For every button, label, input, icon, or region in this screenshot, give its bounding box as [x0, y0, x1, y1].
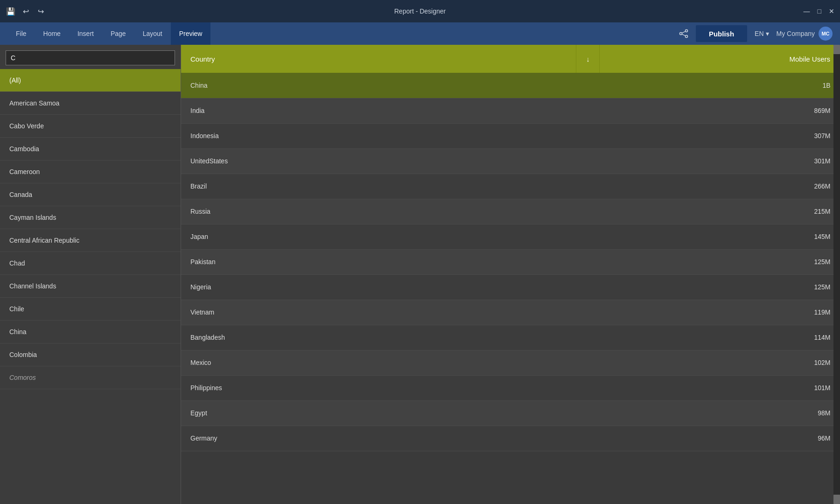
minimize-button[interactable]: — [804, 7, 810, 15]
column-header-mobile-users[interactable]: Mobile Users [600, 45, 840, 73]
cell-sort [576, 199, 600, 224]
list-item-comoros[interactable]: Comoros [0, 366, 181, 389]
cell-users: 1B [600, 73, 840, 98]
publish-button[interactable]: Publish [696, 25, 747, 42]
cell-country: Philippines [181, 375, 576, 400]
table-row: India869M [181, 98, 840, 123]
cell-country: India [181, 98, 576, 123]
cell-users: 125M [600, 249, 840, 274]
list-item-cambodia[interactable]: Cambodia [0, 138, 181, 161]
cell-sort [576, 325, 600, 350]
cell-sort [576, 300, 600, 325]
redo-icon[interactable]: ↪ [35, 6, 46, 16]
table-row: Japan145M [181, 224, 840, 249]
share-button[interactable] [675, 25, 692, 42]
table-scrollbar[interactable] [833, 45, 840, 504]
save-icon[interactable]: 💾 [6, 6, 16, 16]
svg-point-0 [685, 30, 687, 32]
list-item-cabo-verde[interactable]: Cabo Verde [0, 115, 181, 138]
cell-users: 98M [600, 400, 840, 426]
cell-country: China [181, 73, 576, 98]
list-item-cameroon[interactable]: Cameroon [0, 161, 181, 183]
list-item-canada[interactable]: Canada [0, 183, 181, 206]
data-table: Country ↓ Mobile Users China1BIndia869MI… [181, 45, 840, 451]
user-avatar: MC [819, 27, 833, 41]
menu-item-home[interactable]: Home [35, 22, 69, 45]
cell-users: 266M [600, 174, 840, 199]
cell-country: UnitedStates [181, 148, 576, 174]
cell-sort [576, 123, 600, 148]
menu-item-file[interactable]: File [7, 22, 35, 45]
search-input[interactable] [6, 50, 175, 65]
user-section[interactable]: My Company MC [777, 27, 833, 41]
list-item-all[interactable]: (All) [0, 69, 181, 92]
svg-line-3 [682, 31, 686, 33]
window-controls: — □ ✕ [804, 7, 834, 15]
list-item-american-samoa[interactable]: American Samoa [0, 92, 181, 115]
cell-country: Brazil [181, 174, 576, 199]
data-table-panel: Country ↓ Mobile Users China1BIndia869MI… [181, 45, 840, 504]
cell-sort [576, 174, 600, 199]
close-button[interactable]: ✕ [829, 7, 834, 15]
table-row: Nigeria125M [181, 274, 840, 300]
maximize-button[interactable]: □ [818, 7, 821, 15]
cell-users: 307M [600, 123, 840, 148]
table-row: Germany96M [181, 426, 840, 451]
table-row: UnitedStates301M [181, 148, 840, 174]
content-area: (All) American Samoa Cabo Verde Cambodia… [0, 45, 840, 504]
menu-item-page[interactable]: Page [102, 22, 134, 45]
svg-point-1 [685, 35, 687, 38]
cell-country: Japan [181, 224, 576, 249]
cell-users: 215M [600, 199, 840, 224]
cell-country: Germany [181, 426, 576, 451]
cell-sort [576, 375, 600, 400]
language-selector[interactable]: EN ▾ [751, 30, 772, 37]
column-sort-indicator[interactable]: ↓ [576, 45, 600, 73]
cell-users: 869M [600, 98, 840, 123]
cell-users: 114M [600, 325, 840, 350]
cell-country: Bangladesh [181, 325, 576, 350]
table-row: Vietnam119M [181, 300, 840, 325]
cell-sort [576, 426, 600, 451]
list-item-chile[interactable]: Chile [0, 298, 181, 321]
cell-sort [576, 400, 600, 426]
list-item-central-african-republic[interactable]: Central African Republic [0, 229, 181, 252]
cell-sort [576, 274, 600, 300]
cell-country: Mexico [181, 350, 576, 375]
table-row: Philippines101M [181, 375, 840, 400]
list-item-cayman-islands[interactable]: Cayman Islands [0, 206, 181, 229]
cell-country: Vietnam [181, 300, 576, 325]
column-header-country[interactable]: Country [181, 45, 576, 73]
list-item-colombia[interactable]: Colombia [0, 343, 181, 366]
menu-item-preview[interactable]: Preview [171, 22, 211, 45]
table-row: Bangladesh114M [181, 325, 840, 350]
list-item-china[interactable]: China [0, 321, 181, 343]
cell-users: 102M [600, 350, 840, 375]
title-bar-icons: 💾 ↩ ↪ [6, 6, 46, 16]
table-row: Indonesia307M [181, 123, 840, 148]
window-title: Report - Designer [394, 7, 446, 15]
cell-users: 101M [600, 375, 840, 400]
menu-item-insert[interactable]: Insert [69, 22, 102, 45]
list-item-chad[interactable]: Chad [0, 252, 181, 275]
cell-sort [576, 98, 600, 123]
table-row: Egypt98M [181, 400, 840, 426]
cell-sort [576, 350, 600, 375]
table-row: Pakistan125M [181, 249, 840, 274]
user-name: My Company [777, 30, 815, 37]
cell-sort [576, 148, 600, 174]
table-row: Brazil266M [181, 174, 840, 199]
cell-users: 96M [600, 426, 840, 451]
svg-line-4 [682, 34, 686, 36]
table-header-row: Country ↓ Mobile Users [181, 45, 840, 73]
list-item-channel-islands[interactable]: Channel Islands [0, 275, 181, 298]
menu-right: Publish EN ▾ My Company MC [675, 22, 840, 45]
table-row: Mexico102M [181, 350, 840, 375]
menu-bar: File Home Insert Page Layout Preview Pub… [0, 22, 840, 45]
cell-country: Nigeria [181, 274, 576, 300]
menu-item-layout[interactable]: Layout [134, 22, 171, 45]
filter-list[interactable]: (All) American Samoa Cabo Verde Cambodia… [0, 69, 181, 504]
cell-sort [576, 249, 600, 274]
table-container: Country ↓ Mobile Users China1BIndia869MI… [181, 45, 840, 504]
undo-icon[interactable]: ↩ [21, 6, 31, 16]
